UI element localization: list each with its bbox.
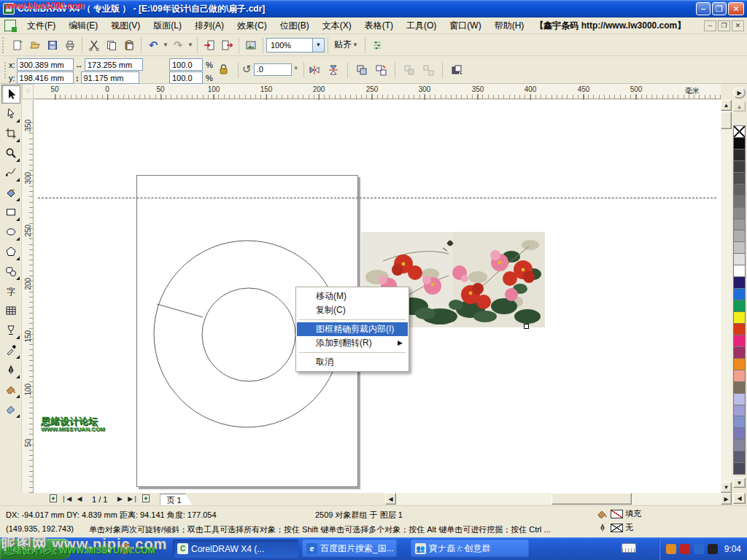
vertical-scroll-thumb[interactable] (721, 112, 732, 129)
menu-item-7[interactable]: 文本(X) (316, 18, 358, 34)
eyedropper-tool[interactable] (1, 341, 20, 359)
tray-qq-icon[interactable] (708, 544, 718, 554)
restore-button[interactable]: ❐ (712, 2, 727, 15)
menu-item-8[interactable]: 表格(T) (358, 18, 400, 34)
x-position-field[interactable]: 300.389 mm (17, 58, 74, 71)
color-swatch[interactable] (733, 149, 746, 161)
tray-app-icon[interactable] (666, 544, 676, 554)
fill-tool[interactable] (1, 380, 20, 399)
toolbar-grip[interactable] (2, 37, 6, 53)
color-swatch[interactable] (733, 253, 746, 265)
smart-fill-tool[interactable] (1, 183, 20, 202)
scroll-left-button[interactable]: ◀ (385, 493, 396, 505)
scale-x-field[interactable]: 100.0 (169, 58, 203, 71)
context-menu-item-3[interactable]: 图框精确剪裁内部(I) (297, 322, 408, 336)
snap-dropdown[interactable]: 贴齐 ▼ (331, 39, 362, 51)
color-swatch[interactable] (733, 358, 746, 370)
context-menu-item-6[interactable]: 取消 (297, 355, 408, 369)
page-tab[interactable]: 页 1 (160, 494, 192, 505)
color-swatch[interactable] (733, 323, 746, 335)
menu-item-5[interactable]: 效果(C) (231, 18, 274, 34)
color-swatch[interactable] (733, 451, 746, 463)
ruler-origin[interactable] (22, 84, 34, 99)
basic-shapes-tool[interactable] (1, 262, 20, 281)
scroll-down-button[interactable]: ▼ (721, 482, 732, 493)
add-page-button[interactable] (47, 494, 60, 505)
previous-page-button[interactable]: ◀ (73, 494, 86, 505)
add-page-button-2[interactable] (139, 494, 152, 505)
menu-item-11[interactable]: 帮助(H) (488, 18, 531, 34)
new-button[interactable] (9, 36, 26, 54)
color-swatch[interactable] (733, 207, 746, 219)
mirror-horizontal-button[interactable] (306, 62, 322, 78)
options-button[interactable] (368, 36, 386, 54)
last-page-button[interactable]: ▶❘ (126, 494, 139, 505)
table-tool[interactable] (1, 301, 20, 320)
menu-item-3[interactable]: 版面(L) (147, 18, 188, 34)
combine-button[interactable] (354, 62, 370, 78)
horizontal-scrollbar[interactable]: ◀ ▶ (385, 493, 732, 505)
first-page-button[interactable]: ❘◀ (60, 494, 73, 505)
redo-button[interactable]: ↷ (169, 36, 187, 54)
horizontal-ruler[interactable]: 毫米 50050100150200250300350400450500 (34, 84, 721, 99)
next-page-button[interactable]: ▶ (113, 494, 126, 505)
scroll-right-button[interactable]: ▶ (721, 493, 732, 505)
palette-scroll-up-button[interactable]: ▲ (733, 101, 746, 112)
redo-dropdown-icon[interactable]: ▼ (187, 42, 194, 48)
color-swatch[interactable] (733, 219, 746, 231)
taskbar-button-qq-group[interactable]: 👥寶ナ磊ㄊ创意群 (411, 540, 529, 558)
guideline[interactable] (38, 198, 716, 198)
scale-lock-button[interactable] (219, 63, 228, 75)
copy-button[interactable] (103, 36, 120, 54)
pick-tool[interactable] (1, 85, 20, 104)
no-color-swatch[interactable] (733, 125, 746, 138)
tray-security-icon[interactable] (680, 544, 690, 554)
context-menu-item-0[interactable]: 移动(M) (297, 289, 408, 303)
context-menu-item-4[interactable]: 添加到翻转(R)▶ (297, 336, 408, 350)
freehand-tool[interactable] (1, 163, 20, 182)
color-swatch[interactable] (733, 427, 746, 440)
taskbar-button-coreldraw[interactable]: CCorelDRAW X4 (... (173, 540, 298, 558)
undo-button[interactable]: ↶ (144, 36, 162, 54)
order-button[interactable] (449, 62, 465, 78)
doc-minimize-button[interactable]: – (704, 20, 716, 31)
color-swatch[interactable] (733, 288, 746, 300)
print-button[interactable] (61, 36, 79, 54)
rotation-field[interactable]: .0 (254, 63, 292, 76)
color-swatch[interactable] (733, 393, 746, 405)
palette-expand-button[interactable]: ◀ (733, 493, 746, 504)
color-swatch[interactable] (733, 462, 746, 475)
color-swatch[interactable] (733, 346, 746, 359)
ime-keyboard-icon[interactable] (622, 543, 636, 553)
color-swatch[interactable] (733, 311, 746, 324)
color-swatch[interactable] (733, 195, 746, 208)
menu-item-6[interactable]: 位图(B) (274, 18, 316, 34)
vertical-ruler[interactable]: 35030025020015010050 (22, 100, 34, 493)
color-swatch[interactable] (733, 230, 746, 242)
taskbar-button-ie[interactable]: e百度图片搜索_国... (302, 540, 397, 558)
scale-y-field[interactable]: 100.0 (169, 71, 203, 84)
doc-close-button[interactable]: ✕ (732, 20, 744, 31)
horizontal-scroll-thumb[interactable] (551, 493, 632, 505)
export-button[interactable] (218, 36, 236, 54)
import-button[interactable] (201, 36, 218, 54)
menu-item-4[interactable]: 排列(A) (188, 18, 231, 34)
tray-messenger-icon[interactable] (694, 544, 704, 554)
interactive-fill-tool[interactable] (1, 400, 20, 419)
outline-pen-tool[interactable] (1, 360, 20, 379)
color-swatch[interactable] (733, 335, 746, 347)
ellipse-tool[interactable] (1, 222, 20, 241)
color-swatch[interactable] (733, 300, 746, 312)
color-swatch[interactable] (733, 405, 746, 417)
save-button[interactable] (44, 36, 61, 54)
text-tool[interactable]: 字 (1, 281, 20, 300)
paste-button[interactable] (120, 36, 138, 54)
menu-item-2[interactable]: 视图(V) (104, 18, 147, 34)
image-button[interactable] (242, 36, 260, 54)
zoom-dropdown-icon[interactable]: ▼ (312, 39, 324, 52)
polygon-tool[interactable] (1, 242, 20, 261)
color-swatch[interactable] (733, 416, 746, 428)
color-swatch[interactable] (733, 381, 746, 394)
doc-restore-button[interactable]: ❐ (718, 20, 730, 31)
menu-item-1[interactable]: 编辑(E) (62, 18, 104, 34)
